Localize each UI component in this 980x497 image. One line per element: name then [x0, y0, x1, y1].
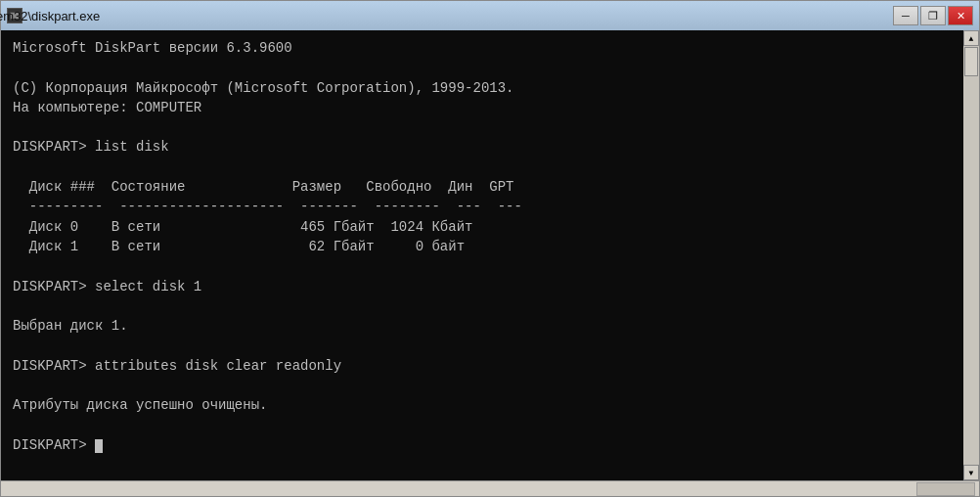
cmd-window: C:\Windows\system32\diskpart.exe ─ ❐ ✕ M… [0, 0, 980, 497]
line-copyright: (C) Корпорация Майкрософт (Microsoft Cor… [13, 80, 513, 96]
line-attr-cmd: DISKPART> attributes disk clear readonly [13, 358, 341, 374]
line-selected: Выбран диск 1. [13, 318, 128, 334]
console-text: Microsoft DiskPart версии 6.3.9600 (C) К… [13, 38, 959, 455]
table-row0: Диск 0 В сети 465 Гбайт 1024 Кбайт [13, 219, 472, 235]
scrollbar[interactable]: ▲ ▼ [963, 30, 979, 480]
line-listdisk-cmd: DISKPART> list disk [13, 139, 169, 155]
table-header: Диск ### Состояние Размер Свободно Дин G… [13, 179, 513, 195]
table-row1: Диск 1 В сети 62 Гбайт 0 байт [13, 239, 465, 254]
minimize-button[interactable]: ─ [893, 6, 918, 25]
title-bar: C:\Windows\system32\diskpart.exe ─ ❐ ✕ [1, 1, 979, 30]
bottom-button[interactable] [916, 482, 975, 496]
scroll-up-button[interactable]: ▲ [963, 30, 979, 46]
window-icon [7, 8, 22, 23]
scroll-thumb[interactable] [964, 47, 978, 76]
close-button[interactable]: ✕ [948, 6, 973, 25]
line-version: Microsoft DiskPart версии 6.3.9600 [13, 40, 292, 56]
line-computer: На компьютере: COMPUTER [13, 100, 201, 115]
scroll-down-button[interactable]: ▼ [963, 465, 979, 480]
window-title: C:\Windows\system32\diskpart.exe [0, 9, 490, 23]
scroll-track [963, 46, 979, 465]
console-output: Microsoft DiskPart версии 6.3.9600 (C) К… [1, 30, 979, 480]
line-prompt: DISKPART> [13, 437, 103, 453]
title-buttons: ─ ❐ ✕ [893, 6, 973, 25]
line-attr-result: Атрибуты диска успешно очищены. [13, 397, 267, 413]
bottom-bar [1, 480, 979, 496]
restore-button[interactable]: ❐ [920, 6, 946, 25]
table-sep: --------- -------------------- ------- -… [13, 199, 522, 214]
line-select-cmd: DISKPART> select disk 1 [13, 279, 201, 294]
cursor [95, 439, 103, 453]
